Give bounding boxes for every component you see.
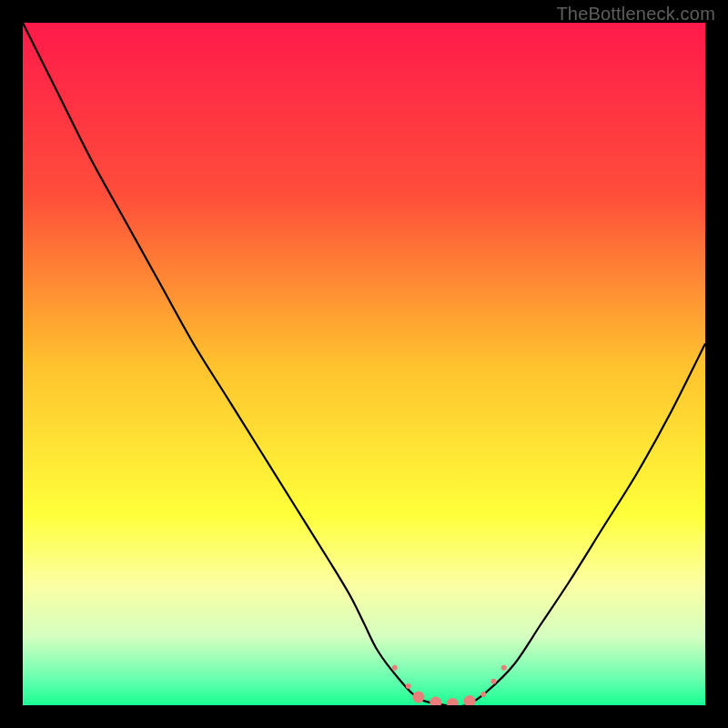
plot-area	[23, 23, 705, 705]
highlight-dot	[392, 665, 398, 671]
highlight-dot	[491, 679, 497, 684]
chart-svg	[23, 23, 705, 705]
highlight-dot	[501, 665, 507, 671]
gradient-background	[23, 23, 705, 705]
chart-container: TheBottleneck.com	[0, 0, 728, 728]
highlight-dot	[480, 692, 486, 697]
highlight-dot	[413, 692, 425, 703]
watermark-text: TheBottleneck.com	[556, 4, 715, 25]
highlight-dot	[406, 683, 411, 689]
